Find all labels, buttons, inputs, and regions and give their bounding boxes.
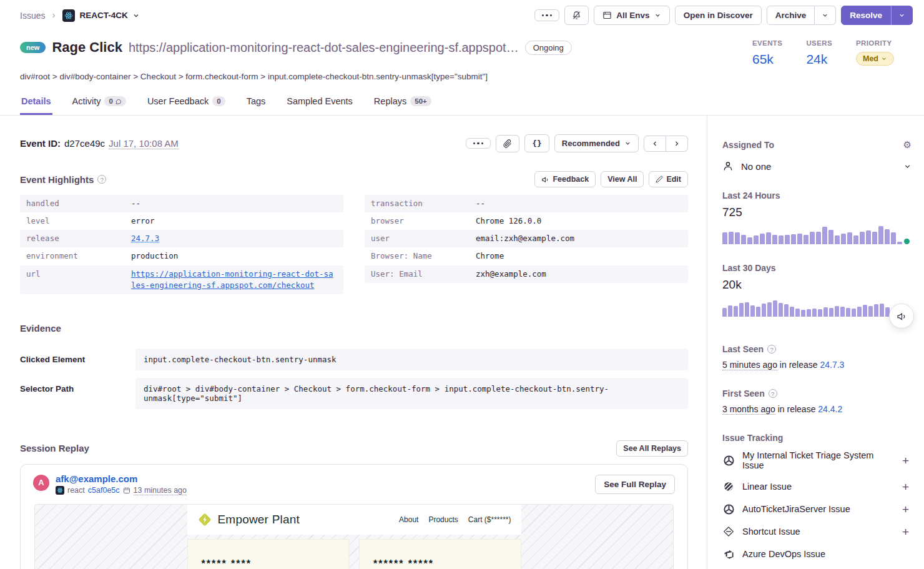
replay-nav-cart[interactable]: Cart ($******) (468, 515, 511, 524)
highlight-key: browser (371, 215, 476, 227)
product-title: ***** **** (202, 558, 335, 569)
chart-bar (823, 307, 828, 317)
issue-tracking-item[interactable]: AutoTicketJiraServer Issue+ (722, 498, 912, 520)
project-name: REACT-4CK (79, 11, 127, 20)
highlight-row: urlhttps://application-monitoring-react-… (20, 265, 343, 294)
add-issue-link-button[interactable]: + (900, 503, 912, 515)
tab-activity[interactable]: Activity0 (71, 91, 127, 115)
event-id: Event ID: d27ce49c Jul 17, 10:08 AM (20, 138, 179, 149)
braces-icon: {} (532, 139, 542, 148)
help-icon[interactable]: ? (769, 389, 777, 398)
view-all-button[interactable]: View All (601, 171, 644, 187)
replay-user-link[interactable]: afk@example.com (56, 473, 187, 484)
replay-preview[interactable]: Empower Plant AboutProductsCart ($******… (34, 504, 674, 569)
tab-details[interactable]: Details (20, 91, 52, 115)
event-selector-dropdown[interactable]: Recommended (554, 134, 639, 152)
gear-icon[interactable]: ⚙ (903, 139, 912, 151)
replay-meta: react c5af0e5c 13 minutes ago (56, 486, 187, 495)
chart-bar (812, 309, 817, 317)
highlight-value[interactable]: https://application-monitoring-react-dot… (131, 269, 337, 291)
replay-nav-products[interactable]: Products (428, 515, 458, 524)
environment-selector-button[interactable]: All Envs (594, 6, 669, 25)
add-issue-link-button[interactable]: + (900, 526, 912, 538)
users-stat-value[interactable]: 24k (806, 52, 832, 67)
tab-label: Activity (72, 96, 101, 106)
resolve-dropdown-button[interactable] (891, 6, 913, 25)
replay-nav-about[interactable]: About (399, 515, 418, 524)
issue-tracking-item[interactable]: Linear Issue+ (722, 475, 912, 498)
speech-bubble-icon (115, 98, 122, 105)
add-issue-link-button[interactable]: + (900, 481, 912, 493)
event-timestamp[interactable]: Jul 17, 10:08 AM (109, 138, 179, 149)
replay-time-ago[interactable]: 13 minutes ago (134, 486, 187, 495)
chart-bar (766, 232, 771, 244)
issue-header: new Rage Click https://application-monit… (0, 31, 924, 81)
substatus-badge: Ongoing (525, 41, 572, 55)
archive-button[interactable]: Archive (767, 6, 815, 25)
highlight-key: level (26, 215, 131, 227)
see-full-replay-button[interactable]: See Full Replay (595, 475, 675, 494)
last-seen-release-link[interactable]: 24.7.3 (820, 360, 844, 370)
help-icon[interactable]: ? (97, 175, 106, 184)
tab-user-feedback[interactable]: User Feedback0 (146, 91, 227, 115)
highlight-value[interactable]: 24.7.3 (131, 233, 159, 244)
open-in-discover-button[interactable]: Open in Discover (675, 6, 762, 25)
event-more-button[interactable] (466, 138, 491, 149)
more-actions-button[interactable] (534, 9, 560, 22)
issue-details-page: Issues REACT-4CK All Envs (0, 0, 924, 569)
environment-selector-label: All Envs (616, 11, 649, 20)
highlight-key: release (26, 233, 131, 244)
top-bar: Issues REACT-4CK All Envs (0, 0, 924, 31)
first-seen-release-link[interactable]: 24.4.2 (818, 404, 842, 414)
floating-feedback-button[interactable] (889, 304, 914, 329)
replay-id-link[interactable]: c5af0e5c (88, 486, 120, 495)
add-issue-link-button[interactable]: + (900, 455, 912, 467)
resolve-button[interactable]: Resolve (841, 6, 891, 25)
issue-tracking-label: Shortcut Issue (742, 527, 892, 537)
first-seen-ago[interactable]: 3 months ago (722, 404, 775, 415)
previous-event-button[interactable] (644, 136, 666, 152)
breadcrumb-issues-link[interactable]: Issues (20, 11, 45, 21)
assigned-to-title: Assigned To (722, 140, 774, 150)
issue-tracking-title: Issue Tracking (722, 433, 912, 443)
archive-dropdown-button[interactable] (815, 6, 836, 25)
issue-stats: EVENTS 65k USERS 24k PRIORITY Med (752, 39, 905, 67)
chart-bar (745, 302, 749, 317)
issue-tabs: DetailsActivity0User Feedback0TagsSample… (0, 91, 924, 116)
tab-tags[interactable]: Tags (245, 91, 267, 115)
edit-highlights-button[interactable]: Edit (649, 171, 688, 187)
last-30-days-count: 20k (722, 278, 912, 292)
megaphone-icon (897, 311, 907, 322)
event-attachments-button[interactable] (496, 135, 519, 152)
priority-selector[interactable]: Med (856, 52, 894, 66)
chart-bar (722, 232, 727, 244)
project-selector[interactable]: REACT-4CK (62, 9, 139, 22)
tab-label: Details (21, 96, 51, 106)
see-all-replays-button[interactable]: See All Replays (616, 440, 688, 457)
chart-bar (801, 310, 805, 317)
tab-sampled-events[interactable]: Sampled Events (285, 91, 354, 115)
issue-tracking-item[interactable]: Azure DevOps Issue (722, 543, 912, 565)
next-event-button[interactable] (666, 136, 688, 152)
last-seen-ago[interactable]: 5 minutes ago (722, 360, 777, 370)
issue-tracking-item[interactable]: My Internal Ticket Triage System Issue+ (722, 445, 912, 475)
more-icon (542, 14, 553, 17)
assignee-selector[interactable]: No one (722, 161, 912, 172)
issue-tracking-item[interactable]: Shortcut Issue+ (722, 520, 912, 543)
chart-bar (767, 302, 772, 317)
issue-tracking-item[interactable]: GitLab Issue (722, 565, 912, 569)
events-stat-value[interactable]: 65k (752, 52, 782, 67)
chart-bar (722, 308, 727, 317)
help-icon[interactable]: ? (767, 345, 776, 354)
feedback-button[interactable]: Feedback (534, 171, 596, 187)
issue-subtitle: https://application-monitoring-react-dot… (129, 41, 519, 55)
chart-bar (739, 303, 744, 317)
highlight-row: handled-- (20, 195, 343, 212)
replay-card: A afk@example.com react c5af0e5c 13 minu (20, 464, 688, 569)
event-json-button[interactable]: {} (524, 134, 549, 152)
azure-icon (722, 548, 735, 560)
mute-notifications-button[interactable] (564, 6, 589, 25)
tab-replays[interactable]: Replays50+ (373, 91, 433, 115)
evidence-label: Selector Path (20, 378, 135, 409)
priority-value: Med (863, 54, 878, 63)
